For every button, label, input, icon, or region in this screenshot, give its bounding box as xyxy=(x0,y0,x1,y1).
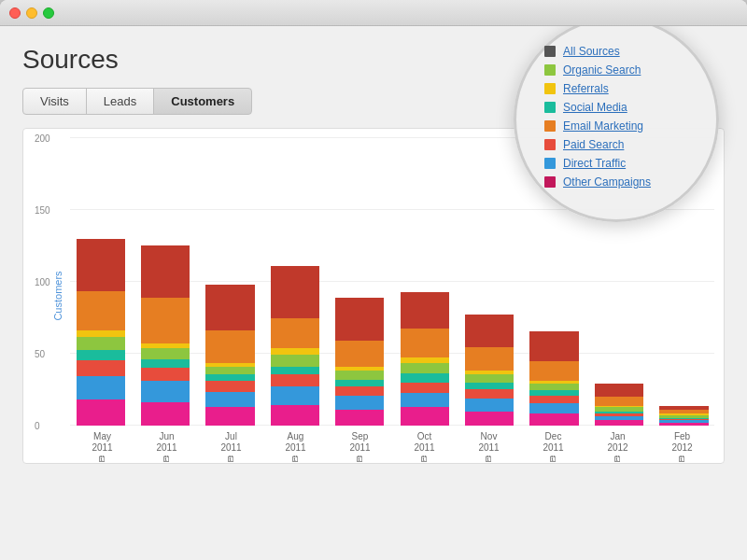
close-button[interactable] xyxy=(9,7,21,19)
bar-stack xyxy=(77,239,125,426)
bar-segment xyxy=(659,423,708,426)
bar-segment xyxy=(529,384,578,390)
legend-label[interactable]: Direct Traffic xyxy=(563,157,626,170)
bar-segment xyxy=(401,329,449,357)
traffic-lights xyxy=(9,7,54,19)
legend-label[interactable]: Paid Search xyxy=(563,138,624,151)
bar-segment xyxy=(77,399,125,426)
x-label: Oct2011🗓 xyxy=(392,431,457,464)
gridline-label: 50 xyxy=(35,349,45,359)
bar-stack xyxy=(595,384,643,426)
bar-stack xyxy=(659,406,708,426)
bar-stack xyxy=(205,285,254,426)
tab-leads[interactable]: Leads xyxy=(86,88,154,115)
bar-stack xyxy=(335,298,384,426)
bar-segment xyxy=(465,383,514,389)
bar-segment xyxy=(335,410,384,426)
gridline-label: 100 xyxy=(35,277,50,287)
bar-segment xyxy=(77,337,125,350)
bar-segment xyxy=(335,371,384,380)
bar-segment xyxy=(401,292,449,329)
bar-segment xyxy=(77,350,125,360)
bar-segment xyxy=(271,367,319,374)
bar-segment xyxy=(77,239,125,291)
bar-segment xyxy=(271,348,319,355)
x-label: Sep2011🗓 xyxy=(328,431,392,464)
x-label: May2011🗓 xyxy=(70,431,134,464)
bar-segment xyxy=(529,331,578,361)
app-window: Sources Visits Leads Customers Customers… xyxy=(0,0,747,560)
x-label: Jan2012🗓 xyxy=(585,431,650,464)
bar-segment xyxy=(401,373,449,383)
legend-item[interactable]: Direct Traffic xyxy=(544,157,698,170)
bar-segment xyxy=(271,405,319,426)
bar-segment xyxy=(465,347,514,371)
legend-item[interactable]: Email Marketing xyxy=(544,119,698,133)
legend-swatch xyxy=(544,139,556,150)
bar-segment xyxy=(271,355,319,367)
legend-item[interactable]: All Sources xyxy=(544,45,698,58)
bar-segment xyxy=(335,396,384,410)
gridline-label: 200 xyxy=(35,133,50,144)
x-label: Feb2012🗓 xyxy=(650,431,714,464)
bar-segment xyxy=(271,386,319,405)
bar-segment xyxy=(205,392,254,408)
gridline-label: 150 xyxy=(35,205,50,216)
tab-visits[interactable]: Visits xyxy=(22,88,87,115)
legend-item[interactable]: Other Campaigns xyxy=(544,175,698,189)
legend-label[interactable]: Email Marketing xyxy=(563,119,643,133)
bar-group xyxy=(134,138,195,426)
bar-segment xyxy=(529,361,578,381)
bar-segment xyxy=(401,407,449,426)
x-label: Jun2011🗓 xyxy=(134,431,199,464)
bar-segment xyxy=(529,396,578,403)
bar-segment xyxy=(141,348,190,358)
x-label: Jul2011🗓 xyxy=(199,431,263,464)
bar-segment xyxy=(271,374,319,386)
bar-segment xyxy=(141,359,190,369)
bar-segment xyxy=(141,245,190,298)
bar-segment xyxy=(335,380,384,386)
legend-label[interactable]: All Sources xyxy=(563,45,620,58)
bar-segment xyxy=(141,298,190,343)
legend-swatch xyxy=(544,158,556,169)
bar-group xyxy=(330,138,390,426)
maximize-button[interactable] xyxy=(43,7,54,19)
bar-segment xyxy=(141,402,190,426)
bar-segment xyxy=(141,368,190,381)
legend-label[interactable]: Other Campaigns xyxy=(563,175,651,189)
legend-swatch xyxy=(544,64,556,76)
bar-segment xyxy=(77,330,125,337)
bar-segment xyxy=(529,403,578,413)
bar-segment xyxy=(205,330,254,363)
bar-segment xyxy=(271,318,319,348)
legend-item[interactable]: Organic Search xyxy=(544,63,698,77)
bar-group xyxy=(200,138,261,426)
bar-segment xyxy=(465,399,514,412)
bar-segment xyxy=(595,384,643,397)
bar-stack xyxy=(141,245,190,426)
bar-segment xyxy=(205,374,254,381)
y-axis-label: Customers xyxy=(52,271,63,320)
bar-group xyxy=(458,138,519,426)
legend-item[interactable]: Social Media xyxy=(544,101,698,114)
bar-segment xyxy=(141,381,190,401)
bar-segment xyxy=(205,381,254,391)
legend-label[interactable]: Social Media xyxy=(563,101,627,114)
legend-label[interactable]: Referrals xyxy=(563,82,609,95)
titlebar xyxy=(0,0,747,26)
legend-swatch xyxy=(544,102,556,113)
bar-segment xyxy=(77,291,125,330)
minimize-button[interactable] xyxy=(26,7,37,19)
legend-item[interactable]: Referrals xyxy=(544,82,698,95)
legend-item[interactable]: Paid Search xyxy=(544,138,698,151)
gridline-label: 0 xyxy=(35,421,40,431)
bar-segment xyxy=(529,413,578,426)
tab-customers[interactable]: Customers xyxy=(153,88,252,115)
bar-group xyxy=(264,138,325,426)
legend-label[interactable]: Organic Search xyxy=(563,63,641,77)
bar-segment xyxy=(77,376,125,399)
bar-segment xyxy=(271,266,319,318)
bar-segment xyxy=(335,386,384,396)
bar-segment xyxy=(205,285,254,330)
